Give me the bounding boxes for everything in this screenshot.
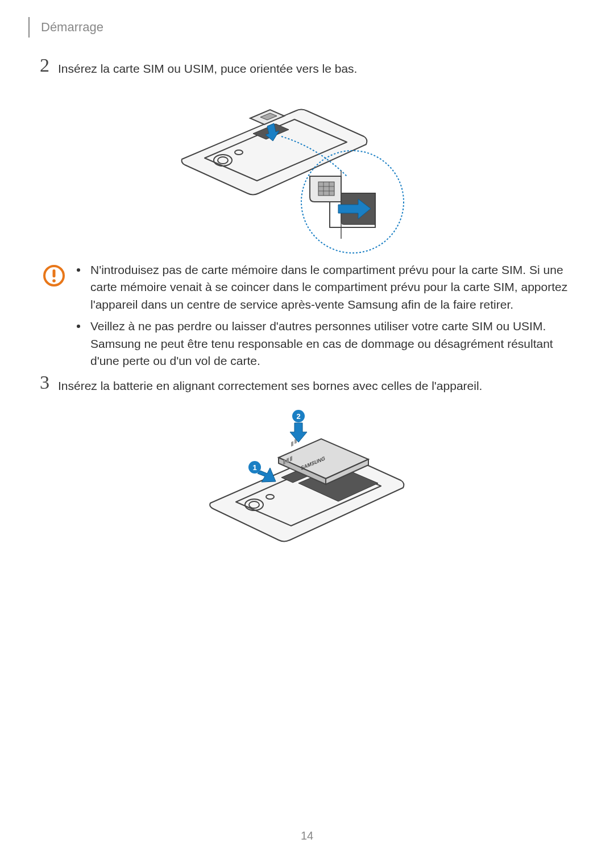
page-number: 14 bbox=[301, 829, 313, 842]
caution-block: N'introduisez pas de carte mémoire dans … bbox=[43, 261, 580, 375]
callout-1: 1 bbox=[252, 463, 256, 472]
step-3-number: 3 bbox=[40, 373, 58, 392]
header-title: Démarrage bbox=[41, 20, 103, 35]
step-2-text: Insérez la carte SIM ou USIM, puce orien… bbox=[58, 60, 357, 77]
svg-rect-11 bbox=[53, 269, 56, 277]
step-3-text: Insérez la batterie en alignant correcte… bbox=[58, 377, 482, 394]
svg-rect-5 bbox=[318, 182, 334, 196]
caution-text-1: N'introduisez pas de carte mémoire dans … bbox=[90, 261, 580, 313]
svg-rect-16 bbox=[291, 441, 293, 447]
bullet-dot bbox=[77, 325, 80, 328]
caution-text-2: Veillez à ne pas perdre ou laisser d'aut… bbox=[90, 318, 580, 369]
caution-bullet-list: N'introduisez pas de carte mémoire dans … bbox=[77, 261, 580, 375]
caution-bullet-2: Veillez à ne pas perdre ou laisser d'aut… bbox=[77, 318, 580, 369]
page-header: Démarrage bbox=[28, 17, 103, 38]
svg-point-12 bbox=[52, 279, 56, 283]
step-3-row: 3 Insérez la batterie en alignant correc… bbox=[40, 373, 482, 394]
bullet-dot bbox=[77, 268, 80, 272]
caution-bullet-1: N'introduisez pas de carte mémoire dans … bbox=[77, 261, 580, 313]
caution-icon bbox=[43, 264, 65, 287]
header-divider bbox=[28, 17, 30, 38]
figure-sim-insertion bbox=[171, 91, 432, 259]
step-2-number: 2 bbox=[40, 56, 58, 75]
step-2-row: 2 Insérez la carte SIM ou USIM, puce ori… bbox=[40, 56, 357, 77]
figure-battery-insertion: SAMSUNG 1 2 bbox=[193, 409, 421, 557]
callout-2: 2 bbox=[296, 412, 300, 421]
